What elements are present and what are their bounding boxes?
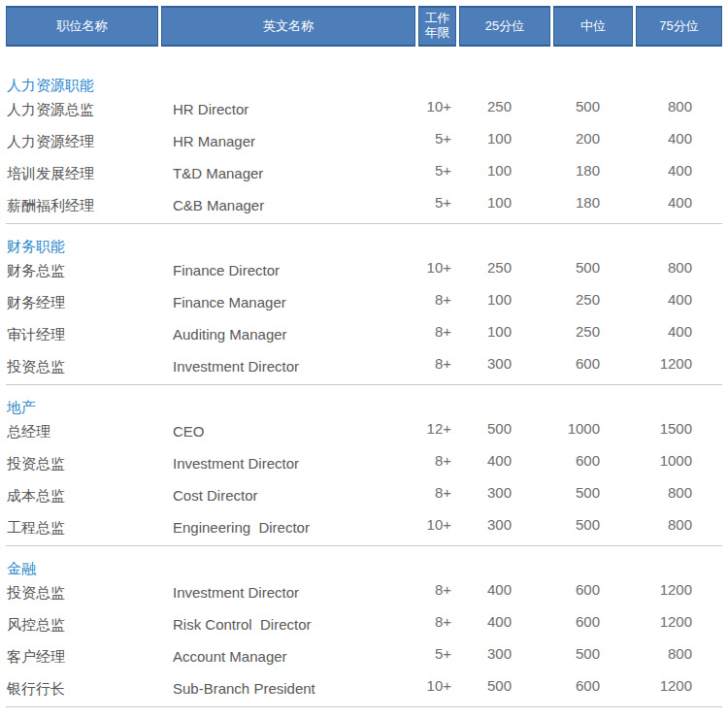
table-section: 金融 投资总监 Investment Director 8+ 400 600 1… [6,546,722,707]
work-years-value: 8+ [418,323,456,340]
section-title: 人力资源职能 [6,78,722,93]
table-section: 人力资源职能 人力资源总监 HR Director 10+ 250 500 80… [6,47,722,224]
column-header-label: 职位名称 [57,19,108,34]
table-section: 财务职能 财务总监 Finance Director 10+ 250 500 8… [6,224,722,385]
percentile-75-value: 1200 [636,677,722,694]
work-years-value: 12+ [418,420,456,437]
median-value: 600 [553,613,633,630]
work-years-value: 8+ [418,355,456,372]
work-years-value: 5+ [418,162,456,179]
position-name-en: HR Manager [161,133,415,149]
work-years-value: 10+ [418,677,456,694]
work-years-value: 8+ [418,452,456,469]
position-name-cn: 成本总监 [6,487,158,504]
table-row: 薪酬福利经理 C&B Manager 5+ 100 180 400 [6,189,722,221]
median-value: 500 [553,516,633,533]
position-name-cn: 投资总监 [6,584,158,601]
position-name-en: Sub-Branch President [161,680,415,697]
position-name-cn: 工程总监 [6,519,158,536]
position-name-cn: 薪酬福利经理 [6,197,158,213]
median-value: 500 [553,98,633,114]
percentile-25-value: 250 [459,98,550,114]
percentile-25-value: 300 [459,516,550,533]
position-name-en: C&B Manager [161,197,415,213]
position-name-en: HR Director [161,101,415,117]
table-row: 客户经理 Account Manager 5+ 300 500 800 [6,640,722,672]
position-name-cn: 投资总监 [6,455,158,472]
percentile-25-value: 400 [459,452,550,469]
median-value: 500 [553,484,633,501]
table-row: 风控总监 Risk Control Director 8+ 400 600 12… [6,608,722,640]
percentile-25-value: 500 [459,677,550,694]
position-name-cn: 人力资源总监 [6,101,158,117]
median-value: 600 [553,581,633,598]
percentile-75-value: 400 [636,194,722,211]
column-header-label: 工作年限 [419,12,455,41]
position-name-en: Investment Director [161,455,415,472]
column-header-position-cn: 职位名称 [6,6,158,47]
percentile-25-value: 400 [459,613,550,630]
median-value: 1000 [553,420,633,437]
percentile-75-value: 400 [636,162,722,179]
salary-table-page: 职位名称 英文名称 工作年限 25分位 中位 75分位 人力资源职能 人力资源总… [0,0,728,707]
position-name-cn: 财务经理 [6,294,158,310]
section-rows: 财务总监 Finance Director 10+ 250 500 800 财务… [6,254,722,382]
work-years-value: 5+ [418,645,456,662]
position-name-en: CEO [161,423,415,440]
work-years-value: 10+ [418,259,456,276]
work-years-value: 8+ [418,581,456,598]
percentile-25-value: 300 [459,355,550,372]
work-years-value: 5+ [418,194,456,211]
table-section: 地产 总经理 CEO 12+ 500 1000 1500 投资总监 Invest… [6,385,722,546]
percentile-25-value: 100 [459,323,550,340]
percentile-25-value: 400 [459,581,550,598]
median-value: 500 [553,259,633,276]
section-rows: 总经理 CEO 12+ 500 1000 1500 投资总监 Investmen… [6,415,722,543]
section-title: 地产 [6,400,722,415]
table-row: 工程总监 Engineering Director 10+ 300 500 80… [6,511,722,543]
percentile-75-value: 800 [636,484,722,501]
position-name-cn: 投资总监 [6,358,158,375]
section-title: 财务职能 [6,239,722,254]
percentile-75-value: 400 [636,291,722,308]
median-value: 250 [553,291,633,308]
percentile-75-value: 1200 [636,355,722,372]
table-row: 审计经理 Auditing Manager 8+ 100 250 400 [6,318,722,350]
median-value: 200 [553,130,633,147]
percentile-75-value: 800 [636,516,722,533]
table-row: 银行行长 Sub-Branch President 10+ 500 600 12… [6,672,722,704]
column-header-percentile-75: 75分位 [636,6,722,47]
median-value: 600 [553,355,633,372]
section-title: 金融 [6,561,722,576]
column-header-percentile-25: 25分位 [459,6,550,47]
percentile-25-value: 100 [459,194,550,211]
median-value: 600 [553,677,633,694]
position-name-cn: 财务总监 [6,262,158,278]
table-header-row: 职位名称 英文名称 工作年限 25分位 中位 75分位 [6,6,722,47]
column-header-label: 中位 [580,19,606,34]
percentile-25-value: 250 [459,259,550,276]
work-years-value: 10+ [418,98,456,114]
percentile-25-value: 100 [459,130,550,147]
percentile-75-value: 400 [636,130,722,147]
work-years-value: 5+ [418,130,456,147]
percentile-75-value: 400 [636,323,722,340]
table-row: 人力资源总监 HR Director 10+ 250 500 800 [6,93,722,125]
percentile-75-value: 1000 [636,452,722,469]
column-header-median: 中位 [553,6,633,47]
position-name-en: Auditing Manager [161,326,415,343]
position-name-en: Investment Director [161,358,415,375]
percentile-75-value: 1500 [636,420,722,437]
percentile-75-value: 1200 [636,581,722,598]
table-row: 财务经理 Finance Manager 8+ 100 250 400 [6,286,722,318]
table-row: 投资总监 Investment Director 8+ 400 600 1200 [6,576,722,608]
percentile-25-value: 300 [459,645,550,662]
percentile-25-value: 100 [459,162,550,179]
position-name-cn: 总经理 [6,423,158,440]
section-rows: 投资总监 Investment Director 8+ 400 600 1200… [6,576,722,704]
position-name-en: Account Manager [161,648,415,665]
position-name-en: T&D Manager [161,165,415,181]
column-header-work-years: 工作年限 [418,6,456,47]
median-value: 250 [553,323,633,340]
percentile-75-value: 1200 [636,613,722,630]
